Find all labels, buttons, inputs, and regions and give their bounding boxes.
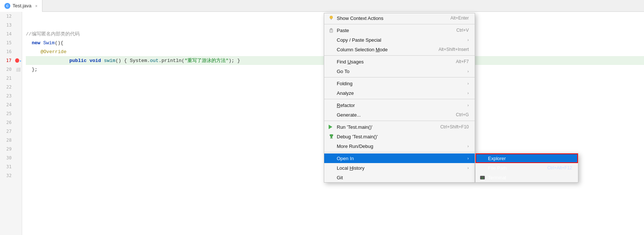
file-path-label: File Path bbox=[488, 165, 507, 171]
run-icon bbox=[329, 125, 337, 129]
menu-item-show-context-actions[interactable]: Show Context Actions Alt+Enter bbox=[324, 13, 475, 23]
gutter-line-28: 28 bbox=[0, 136, 22, 145]
separator-4 bbox=[324, 99, 475, 99]
run-shortcut: Ctrl+Shift+F10 bbox=[440, 124, 469, 129]
column-selection-label: Column Selection Mode bbox=[337, 47, 431, 52]
show-context-actions-shortcut: Alt+Enter bbox=[450, 15, 469, 21]
local-history-label: Local History bbox=[337, 165, 464, 171]
gutter-line-23: 23 bbox=[0, 91, 22, 100]
copy-paste-special-arrow: › bbox=[467, 38, 469, 42]
find-usages-label: Find Usages bbox=[337, 59, 449, 65]
menu-item-find-usages[interactable]: Find Usages Alt+F7 bbox=[324, 57, 475, 66]
menu-item-go-to[interactable]: Go To › bbox=[324, 66, 475, 76]
svg-rect-1 bbox=[331, 19, 332, 20]
menu-item-column-selection[interactable]: Column Selection Mode Alt+Shift+Insert bbox=[324, 45, 475, 54]
gutter-line-30: 30 bbox=[0, 153, 22, 162]
copy-paste-special-label: Copy / Paste Special bbox=[337, 37, 464, 43]
go-to-label: Go To bbox=[337, 69, 464, 74]
more-run-debug-label: More Run/Debug bbox=[337, 144, 464, 149]
menu-item-run[interactable]: Run 'Test.main()' Ctrl+Shift+F10 bbox=[324, 122, 475, 132]
submenu-item-terminal[interactable]: _$ Terminal bbox=[475, 173, 578, 182]
svg-rect-4 bbox=[330, 28, 332, 30]
gutter-line-29: 29 bbox=[0, 145, 22, 153]
gutter-line-21: 21 bbox=[0, 74, 22, 83]
svg-rect-2 bbox=[331, 20, 332, 20]
menu-item-open-in[interactable]: Open In › Explorer File Path Ctrl+Alt+F1… bbox=[324, 153, 475, 163]
line-gutter: 12 13 14 15 16 bbox=[0, 12, 22, 235]
separator-2 bbox=[324, 55, 475, 56]
submenu-item-file-path[interactable]: File Path Ctrl+Alt+F12 bbox=[475, 163, 578, 173]
svg-point-0 bbox=[330, 16, 333, 19]
gutter-line-31: 31 bbox=[0, 162, 22, 171]
menu-item-local-history[interactable]: Local History › bbox=[324, 163, 475, 173]
menu-item-folding[interactable]: Folding › bbox=[324, 79, 475, 88]
context-menu: Show Context Actions Alt+Enter Paste Ctr… bbox=[324, 13, 475, 183]
tab-bar: C Test.java × bbox=[0, 0, 644, 12]
menu-item-more-run-debug[interactable]: More Run/Debug › bbox=[324, 141, 475, 151]
gutter-line-27: 27 bbox=[0, 127, 22, 136]
folding-arrow: › bbox=[467, 81, 469, 86]
refactor-label: Refactor bbox=[337, 103, 464, 108]
menu-item-copy-paste-special[interactable]: Copy / Paste Special › bbox=[324, 35, 475, 45]
tab-filename: Test.java bbox=[13, 3, 31, 8]
find-usages-shortcut: Alt+F7 bbox=[456, 59, 469, 64]
debug-label: Debug 'Test.main()' bbox=[337, 134, 469, 139]
go-to-arrow: › bbox=[467, 69, 469, 73]
column-selection-shortcut: Alt+Shift+Insert bbox=[439, 47, 469, 52]
code-area: 12 13 14 15 16 bbox=[0, 12, 644, 235]
terminal-label: Terminal bbox=[488, 175, 506, 180]
menu-item-git[interactable]: Git bbox=[324, 173, 475, 182]
tab-java-icon: C bbox=[4, 3, 10, 9]
more-run-debug-arrow: › bbox=[467, 144, 469, 148]
tab-test-java[interactable]: C Test.java × bbox=[0, 0, 42, 12]
gutter-line-22: 22 bbox=[0, 83, 22, 91]
open-in-submenu: Explorer File Path Ctrl+Alt+F12 _$ Termi… bbox=[475, 153, 578, 183]
bookmark-icon: ▸ bbox=[20, 59, 22, 63]
paste-icon bbox=[329, 28, 337, 33]
svg-point-7 bbox=[332, 135, 333, 135]
generate-label: Generate... bbox=[337, 112, 449, 118]
analyze-arrow: › bbox=[467, 91, 469, 95]
svg-text:_$: _$ bbox=[481, 177, 483, 179]
menu-item-analyze[interactable]: Analyze › bbox=[324, 88, 475, 98]
refactor-arrow: › bbox=[467, 103, 469, 107]
menu-item-generate[interactable]: Generate... Ctrl+G bbox=[324, 110, 475, 120]
open-in-arrow: › bbox=[467, 156, 469, 160]
menu-item-refactor[interactable]: Refactor › bbox=[324, 100, 475, 110]
breakpoint-icon[interactable] bbox=[15, 58, 19, 63]
bulb-icon bbox=[329, 15, 337, 21]
bookmark-down-icon: ⬜ bbox=[16, 68, 20, 72]
gutter-line-25: 25 bbox=[0, 109, 22, 118]
gutter-line-15: 15 bbox=[0, 38, 22, 47]
tab-close-button[interactable]: × bbox=[35, 4, 37, 8]
open-in-label: Open In bbox=[337, 156, 464, 161]
debug-icon bbox=[329, 134, 337, 139]
submenu-item-explorer[interactable]: Explorer bbox=[475, 153, 578, 163]
paste-shortcut: Ctrl+V bbox=[456, 28, 469, 33]
gutter-line-14: 14 bbox=[0, 30, 22, 38]
separator-6 bbox=[324, 152, 475, 152]
paste-label: Paste bbox=[337, 28, 449, 33]
run-label: Run 'Test.main()' bbox=[337, 124, 433, 130]
gutter-line-20: 20 ⬜ bbox=[0, 65, 22, 74]
menu-item-debug[interactable]: Debug 'Test.main()' bbox=[324, 132, 475, 141]
separator-1 bbox=[324, 24, 475, 24]
local-history-arrow: › bbox=[467, 166, 469, 170]
separator-3 bbox=[324, 77, 475, 77]
gutter-line-24: 24 bbox=[0, 100, 22, 109]
gutter-line-13: 13 bbox=[0, 21, 22, 30]
show-context-actions-label: Show Context Actions bbox=[337, 15, 443, 21]
analyze-label: Analyze bbox=[337, 90, 464, 96]
terminal-icon-space: _$ bbox=[480, 176, 488, 180]
separator-5 bbox=[324, 121, 475, 121]
gutter-line-17: 17 ▸ bbox=[0, 56, 22, 65]
gutter-line-32: 32 bbox=[0, 171, 22, 180]
svg-rect-8 bbox=[331, 136, 332, 138]
gutter-line-12: 12 bbox=[0, 12, 22, 21]
gutter-line-16: 16 bbox=[0, 47, 22, 56]
file-path-shortcut: Ctrl+Alt+F12 bbox=[547, 165, 572, 170]
folding-label: Folding bbox=[337, 81, 464, 86]
explorer-label: Explorer bbox=[488, 156, 506, 161]
git-label: Git bbox=[337, 175, 469, 180]
menu-item-paste[interactable]: Paste Ctrl+V bbox=[324, 25, 475, 35]
